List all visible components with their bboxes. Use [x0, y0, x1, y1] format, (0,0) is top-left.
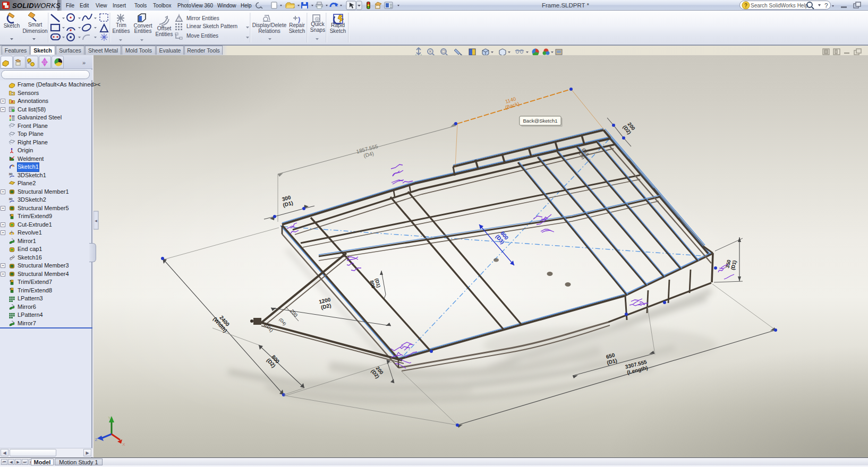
- svg-text:Snaps: Snaps: [310, 27, 325, 33]
- svg-text:2400(Width): 2400(Width): [212, 312, 233, 333]
- svg-text:?: ?: [744, 3, 747, 8]
- svg-text:(D1)800: (D1)800: [369, 278, 381, 289]
- svg-text:300(D1): 300(D1): [280, 194, 293, 208]
- svg-text:Smart: Smart: [28, 22, 42, 28]
- svg-text:350(D1): 350(D1): [724, 258, 737, 271]
- svg-text:1140(Back): 1140(Back): [503, 95, 520, 110]
- svg-text:3D: 3D: [9, 197, 13, 200]
- svg-text:Linear Sketch Pattern: Linear Sketch Pattern: [186, 23, 237, 29]
- svg-text:Entities: Entities: [134, 28, 152, 34]
- svg-text:Sketch: Sketch: [330, 28, 346, 34]
- svg-text:Entities: Entities: [113, 28, 130, 34]
- svg-text:Relations: Relations: [258, 28, 280, 34]
- svg-text:Repair: Repair: [289, 22, 305, 28]
- svg-text:Z: Z: [95, 437, 98, 442]
- svg-text:Rapid: Rapid: [331, 22, 345, 28]
- svg-text:Sketch: Sketch: [289, 28, 305, 34]
- svg-text:A: A: [11, 99, 14, 104]
- svg-text:Move Entities: Move Entities: [186, 33, 218, 39]
- svg-text:Display/Delete: Display/Delete: [252, 22, 287, 28]
- svg-text:?: ?: [824, 2, 828, 10]
- svg-text:Quick: Quick: [311, 21, 325, 27]
- svg-text:200: 200: [290, 308, 299, 318]
- svg-text:(D4): (D4): [278, 317, 287, 327]
- svg-text:Trim: Trim: [116, 22, 126, 28]
- svg-text:Mirror Entities: Mirror Entities: [186, 15, 219, 21]
- svg-text:Sketch: Sketch: [4, 23, 20, 29]
- svg-text:Offset: Offset: [157, 25, 172, 31]
- svg-text:◀: ◀: [95, 219, 97, 222]
- svg-text:3D: 3D: [9, 172, 13, 176]
- svg-text:»: »: [82, 59, 86, 66]
- svg-text:(D1): (D1): [265, 323, 275, 333]
- svg-text:X: X: [122, 442, 125, 447]
- svg-text:Entities: Entities: [156, 31, 173, 37]
- svg-text:800(D2): 800(D2): [266, 353, 281, 369]
- svg-text:200(D2): 200(D2): [622, 120, 636, 135]
- svg-text:Dimension: Dimension: [22, 28, 47, 34]
- svg-text:800(D3): 800(D3): [495, 230, 510, 245]
- svg-text:1857.555(D4): 1857.555(D4): [356, 143, 380, 160]
- svg-text:Y: Y: [108, 416, 111, 420]
- svg-text:Back@Sketch1: Back@Sketch1: [523, 118, 557, 124]
